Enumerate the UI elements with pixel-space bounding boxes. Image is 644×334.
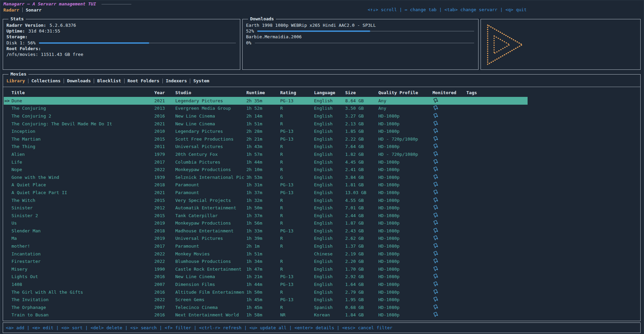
cell-language: English [314, 190, 345, 195]
table-row[interactable]: Sinister 2012 Automatik Entertainment 1h… [4, 204, 528, 212]
table-row[interactable]: The Conjuring 2013 Evergreen Media Group… [4, 105, 528, 112]
cell-year: 2016 [154, 274, 175, 279]
cell-language: Spanish [314, 305, 345, 310]
cell-rating: R [280, 267, 314, 272]
cell-size: 1.84 GB [345, 312, 378, 317]
table-row[interactable]: 1408 2007 Dimension Films 1h 44m PG-13 E… [4, 280, 528, 288]
tab-root-folders[interactable]: Root Folders [128, 78, 159, 83]
bookmark-icon [433, 274, 439, 279]
table-row[interactable]: A Quiet Place Part II 2021 Paramount 1h … [4, 189, 528, 196]
table-row[interactable]: The Orphanage 2007 Telecinco Cinema 1h 4… [4, 304, 528, 311]
table-row[interactable]: Ma 2019 Universal Pictures 1h 39m R Engl… [4, 235, 528, 243]
cell-language: English [314, 297, 345, 302]
cell-language: English [314, 282, 345, 287]
cell-title: The Witch [12, 198, 154, 203]
table-row[interactable]: Gone with the Wind 1939 Selznick Interna… [4, 173, 528, 181]
table-row[interactable]: Slender Man 2018 Madhouse Entertainment … [4, 227, 528, 235]
table-row[interactable]: mother! 2017 Paramount 2h 1m R English 1… [4, 242, 528, 250]
table-row[interactable]: A Quiet Place 2018 Paramount 1h 31m PG-1… [4, 181, 528, 189]
col-header-tags[interactable]: Tags [466, 90, 524, 95]
table-row[interactable]: Alien 1979 20th Century Fox 1h 57m R Eng… [4, 150, 528, 158]
tab-indexers[interactable]: Indexers [166, 78, 187, 83]
table-row[interactable]: Us 2019 Monkeypaw Productions 1h 56m R E… [4, 220, 528, 227]
root-folder-value: /nfs/movies: 11511.43 GB free [6, 52, 83, 57]
table-row[interactable]: The Girl with All the Gifts 2016 Altitud… [4, 288, 528, 296]
cell-monitored [432, 258, 466, 264]
table-row[interactable]: The Thing 2011 Universal Pictures 1h 43m… [4, 143, 528, 151]
col-header-title[interactable]: Title [12, 90, 154, 95]
cell-language: English [314, 98, 345, 103]
tab-downloads[interactable]: Downloads [67, 78, 91, 83]
cell-quality-profile: Any [378, 106, 432, 111]
cell-language: English [314, 106, 345, 111]
table-row[interactable]: The Invitation 2022 Screen Gems 1h 45m P… [4, 296, 528, 304]
bookmark-icon [433, 305, 439, 310]
cell-runtime: 1h 32m [246, 198, 280, 203]
bookmark-icon [433, 105, 439, 111]
cell-size: 7.01 GB [345, 205, 378, 210]
cell-rating: PG-13 [280, 182, 314, 187]
table-row[interactable]: Lights Out 2016 New Line Cinema 1h 21m P… [4, 273, 528, 281]
table-row[interactable]: Life 2017 Columbia Pictures 1h 44m R Eng… [4, 158, 528, 166]
table-row[interactable]: => Dune 2021 Legendary Pictures 2h 35m P… [4, 97, 528, 105]
cell-studio: New Line Cinema [175, 121, 246, 126]
root-folder-line: /nfs/movies: 11511.43 GB free [6, 51, 237, 57]
version-label: Radarr Version: [6, 23, 46, 28]
col-header-studio[interactable]: Studio [175, 90, 246, 95]
cell-year: 2021 [154, 98, 175, 103]
table-row[interactable]: Nope 2022 Monkeypaw Productions 2h 10m R… [4, 166, 528, 173]
cell-monitored [432, 251, 466, 257]
cell-studio: Universal Pictures [175, 144, 246, 149]
stats-panel: Stats Radarr Version: 5.2.6.8376 Uptime:… [3, 19, 240, 70]
bookmark-icon [433, 266, 439, 272]
cell-quality-profile: HD-1080p [378, 259, 432, 264]
cell-language: English [314, 259, 345, 264]
cell-title: A Quiet Place [12, 182, 154, 187]
table-row[interactable]: The Conjuring 2 2016 New Line Cinema 2h … [4, 112, 528, 120]
managarr-logo-icon [486, 23, 525, 66]
col-header-size[interactable]: Size [345, 90, 378, 95]
col-header-quality-profile[interactable]: Quality Profile [378, 90, 432, 95]
cell-monitored [432, 297, 466, 302]
table-row[interactable]: Incantation 2022 Monkey Movies 1h 51m Ch… [4, 250, 528, 258]
cell-year: 2022 [154, 167, 175, 172]
cell-studio: New Line Cinema [175, 113, 246, 119]
cell-title: Firestarter [12, 259, 154, 264]
cell-title: 1408 [12, 282, 154, 287]
cell-language: English [314, 113, 345, 119]
table-row[interactable]: The Witch 2015 Very Special Projects 1h … [4, 196, 528, 204]
bookmark-icon [433, 289, 439, 295]
col-header-runtime[interactable]: Runtime [246, 90, 280, 95]
gauge-fill [39, 42, 149, 44]
tab-separator [94, 79, 94, 83]
cell-year: 2013 [154, 106, 175, 111]
col-header-monitored[interactable]: Monitored [432, 90, 466, 95]
servarr-tab-radarr[interactable]: Radarr [3, 7, 19, 13]
cell-quality-profile: HD-1080p [378, 274, 432, 279]
col-header-year[interactable]: Year [154, 90, 175, 95]
tab-system[interactable]: System [193, 78, 209, 83]
cell-language: English [314, 198, 345, 203]
col-header-rating[interactable]: Rating [280, 90, 314, 95]
tab-blocklist[interactable]: Blocklist [97, 78, 121, 83]
cell-studio: Monkey Movies [175, 251, 246, 256]
cell-size: 1.82 GB [345, 152, 378, 157]
table-row[interactable]: Misery 1990 Castle Rock Entertainment 1h… [4, 265, 528, 273]
cell-language: English [314, 167, 345, 172]
cell-year: 2022 [154, 297, 175, 302]
servarr-tab-sonarr[interactable]: Sonarr [26, 7, 42, 13]
tab-library[interactable]: Library [6, 78, 25, 83]
cell-rating: G [280, 175, 314, 180]
cell-title: Us [12, 221, 154, 226]
table-row[interactable]: Firestarter 2022 Blumhouse Productions 1… [4, 257, 528, 265]
table-row[interactable]: The Conjuring: The Devil Made Me Do It 2… [4, 120, 528, 128]
table-row[interactable]: The Martian 2015 Scott Free Productions … [4, 135, 528, 143]
col-header-language[interactable]: Language [314, 90, 345, 95]
table-row[interactable]: Train to Busan 2016 Next Entertainment W… [4, 311, 528, 319]
tab-collections[interactable]: Collections [31, 78, 61, 83]
cell-studio: Tank Caterpillar [175, 213, 246, 218]
cell-monitored [432, 144, 466, 149]
table-row[interactable]: Inception 2010 Legendary Pictures 2h 28m… [4, 127, 528, 135]
table-row[interactable]: Sinister 2 2015 Tank Caterpillar 1h 37m … [4, 212, 528, 220]
cell-language: Chinese [314, 251, 345, 256]
